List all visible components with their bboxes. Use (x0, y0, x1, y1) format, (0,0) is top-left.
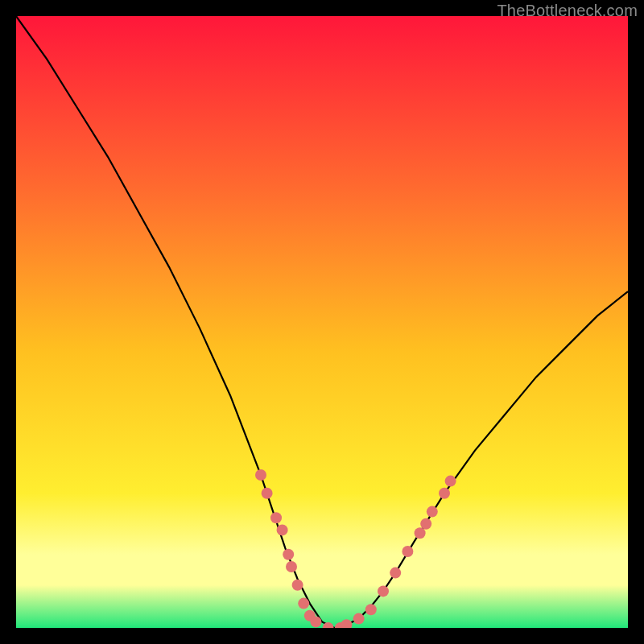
curve-marker (390, 568, 401, 579)
curve-marker (262, 488, 273, 499)
curve-marker (365, 604, 377, 615)
curve-marker (292, 580, 303, 591)
curve-marker (310, 616, 321, 627)
curve-marker (255, 469, 266, 481)
plot-area (16, 16, 628, 628)
curve-marker (402, 546, 413, 557)
curve-marker (277, 524, 288, 535)
curve-marker (415, 527, 426, 539)
curve-marker (286, 561, 297, 572)
gradient-background (16, 16, 628, 628)
curve-marker (420, 518, 431, 530)
curve-marker (270, 512, 282, 523)
curve-marker (378, 585, 389, 597)
chart-frame: TheBottleneck.com (0, 0, 644, 644)
curve-marker (445, 476, 456, 487)
curve-marker (439, 488, 450, 499)
curve-marker (353, 613, 365, 625)
curve-marker (298, 598, 309, 609)
chart-svg (16, 16, 628, 628)
curve-marker (283, 549, 294, 560)
watermark-text: TheBottleneck.com (497, 2, 638, 20)
curve-marker (427, 506, 438, 518)
